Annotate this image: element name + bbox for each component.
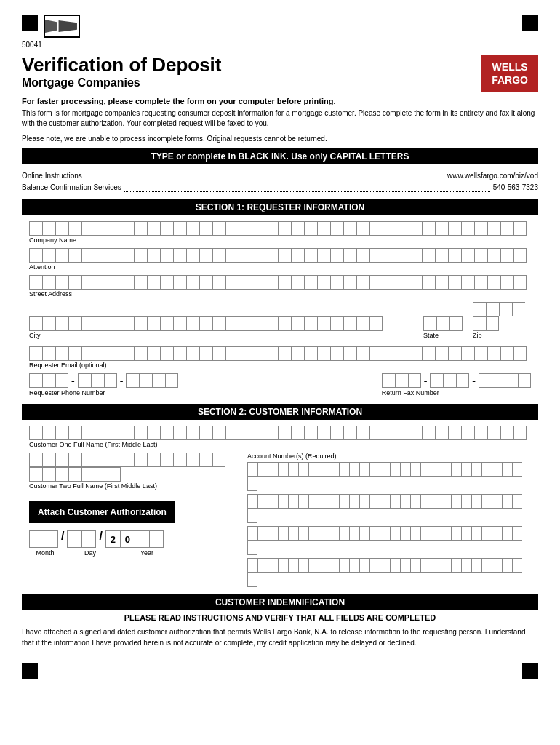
cust1-char-29[interactable] — [409, 426, 422, 440]
email-char-30[interactable] — [422, 346, 435, 361]
email-char-5[interactable] — [95, 346, 108, 361]
fax-last-char-0[interactable] — [479, 373, 492, 388]
year-input[interactable]: 2 0 — [105, 530, 164, 548]
city-char-1[interactable] — [42, 316, 55, 331]
acc-r1-char-24[interactable] — [492, 494, 502, 509]
street-char-29[interactable] — [409, 275, 422, 290]
acc-r1-char-20[interactable] — [451, 494, 461, 509]
email-char-13[interactable] — [199, 346, 212, 361]
company-char-30[interactable] — [422, 221, 435, 236]
cust1-char-24[interactable] — [343, 426, 356, 440]
street-char-6[interactable] — [108, 275, 121, 290]
acc-r1-char-16[interactable] — [410, 494, 420, 509]
company-char-14[interactable] — [212, 221, 225, 236]
company-char-31[interactable] — [435, 221, 448, 236]
cust2-char-13[interactable] — [199, 453, 212, 467]
acc-r1-char-0[interactable] — [247, 494, 257, 509]
street-char-2[interactable] — [55, 275, 68, 290]
acc-r2-char-21[interactable] — [461, 526, 471, 541]
company-char-29[interactable] — [409, 221, 422, 236]
fax-area-char-1[interactable] — [395, 373, 408, 388]
cust1-char-9[interactable] — [147, 426, 160, 440]
acc-r3-char-13[interactable] — [380, 558, 390, 573]
acc-r2-char-25[interactable] — [502, 526, 512, 541]
acc-r1-char-11[interactable] — [359, 494, 369, 509]
street-char-32[interactable] — [448, 275, 461, 290]
acc-r0-char-27[interactable] — [247, 477, 257, 491]
attention-char-18[interactable] — [265, 248, 278, 263]
acc-r2-char-10[interactable] — [349, 526, 359, 541]
acc-r3-char-26[interactable] — [512, 558, 522, 573]
acc-r2-char-1[interactable] — [257, 526, 268, 541]
street-char-19[interactable] — [278, 275, 291, 290]
attention-char-15[interactable] — [225, 248, 239, 263]
fax-last-char-2[interactable] — [505, 373, 518, 388]
cust1-char-22[interactable] — [317, 426, 330, 440]
acc-r2-char-22[interactable] — [471, 526, 481, 541]
street-char-1[interactable] — [42, 275, 55, 290]
company-char-17[interactable] — [252, 221, 265, 236]
city-char-2[interactable] — [55, 316, 68, 331]
acc-r3-char-3[interactable] — [278, 558, 288, 573]
company-char-28[interactable] — [396, 221, 409, 236]
cust1-char-10[interactable] — [160, 426, 173, 440]
attention-char-12[interactable] — [186, 248, 199, 263]
company-char-12[interactable] — [186, 221, 199, 236]
attention-char-11[interactable] — [173, 248, 186, 263]
email-char-3[interactable] — [68, 346, 81, 361]
acc-r3-char-9[interactable] — [339, 558, 349, 573]
company-char-2[interactable] — [55, 221, 68, 236]
cust1-char-33[interactable] — [461, 426, 474, 440]
acc-r0-char-5[interactable] — [298, 462, 308, 477]
street-char-4[interactable] — [81, 275, 95, 290]
city-char-23[interactable] — [330, 316, 343, 331]
company-char-16[interactable] — [239, 221, 252, 236]
city-char-12[interactable] — [186, 316, 199, 331]
attention-char-21[interactable] — [304, 248, 317, 263]
fax-area-char-2[interactable] — [408, 373, 421, 388]
street-char-18[interactable] — [265, 275, 278, 290]
cust1-char-30[interactable] — [422, 426, 435, 440]
attention-char-4[interactable] — [81, 248, 95, 263]
cust1-char-7[interactable] — [121, 426, 134, 440]
email-char-1[interactable] — [42, 346, 55, 361]
company-char-3[interactable] — [68, 221, 81, 236]
phone-last-char-2[interactable] — [152, 373, 165, 388]
acc-r1-char-21[interactable] — [461, 494, 471, 509]
cust2-char-11[interactable] — [173, 453, 186, 467]
phone-area-char-2[interactable] — [55, 373, 68, 388]
street-char-35[interactable] — [487, 275, 500, 290]
acc-r0-char-11[interactable] — [359, 462, 369, 477]
attention-char-28[interactable] — [396, 248, 409, 263]
acc-r3-char-27[interactable] — [247, 573, 257, 587]
acc-r2-char-11[interactable] — [359, 526, 369, 541]
acc-r3-char-19[interactable] — [441, 558, 451, 573]
email-char-21[interactable] — [304, 346, 317, 361]
cust2-char-6[interactable] — [108, 453, 121, 467]
acc-r2-char-7[interactable] — [319, 526, 329, 541]
attention-char-2[interactable] — [55, 248, 68, 263]
acc-r1-char-17[interactable] — [420, 494, 431, 509]
acc-r0-char-7[interactable] — [319, 462, 329, 477]
street-char-25[interactable] — [356, 275, 369, 290]
acc-r2-char-23[interactable] — [481, 526, 492, 541]
fax-mid[interactable]: (function(){ var n = 3; var row = docume… — [430, 373, 469, 388]
street-char-17[interactable] — [252, 275, 265, 290]
acc-r1-char-10[interactable] — [349, 494, 359, 509]
company-char-8[interactable] — [134, 221, 147, 236]
attention-char-24[interactable] — [343, 248, 356, 263]
cust1-char-8[interactable] — [134, 426, 147, 440]
acc-r0-char-15[interactable] — [400, 462, 410, 477]
fax-mid-char-0[interactable] — [430, 373, 443, 388]
acc-r0-char-10[interactable] — [349, 462, 359, 477]
acc-r2-char-24[interactable] — [492, 526, 502, 541]
email-char-37[interactable] — [513, 346, 527, 361]
city-char-6[interactable] — [108, 316, 121, 331]
attention-char-8[interactable] — [134, 248, 147, 263]
city-char-14[interactable] — [212, 316, 225, 331]
street-char-33[interactable] — [461, 275, 474, 290]
zip-char-2[interactable] — [499, 302, 512, 316]
attention-char-35[interactable] — [487, 248, 500, 263]
company-char-7[interactable] — [121, 221, 134, 236]
fax-last[interactable]: (function(){ var n = 4; var row = docume… — [479, 373, 531, 388]
